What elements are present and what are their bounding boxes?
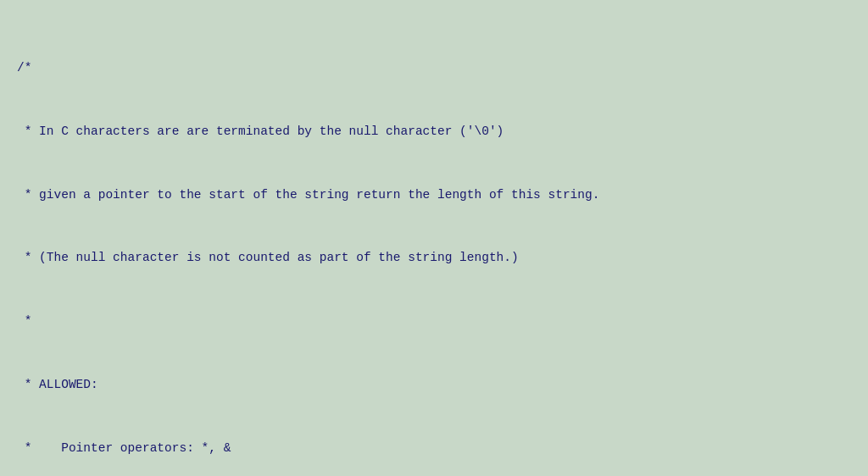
line-7: * Pointer operators: *, & bbox=[17, 438, 851, 459]
code-block: /* * In C characters are are terminated … bbox=[17, 15, 851, 476]
line-4: * (The null character is not counted as … bbox=[17, 247, 851, 268]
line-1: /* bbox=[17, 58, 851, 79]
line-5: * bbox=[17, 311, 851, 332]
line-2: * In C characters are are terminated by … bbox=[17, 121, 851, 142]
line-6: * ALLOWED: bbox=[17, 374, 851, 396]
line-3: * given a pointer to the start of the st… bbox=[17, 185, 851, 206]
code-container: /* * In C characters are are terminated … bbox=[0, 0, 868, 476]
